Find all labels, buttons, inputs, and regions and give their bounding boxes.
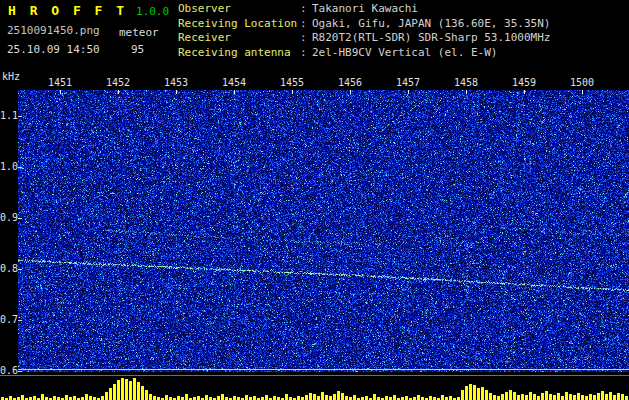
time-label-1459: 1459 [510,77,538,88]
info-separator: : [300,2,312,17]
freq-label-0.9: 0.9 [0,212,16,223]
info-label-receiver: Receiver [178,31,300,46]
time-label-1451: 1451 [46,77,74,88]
info-label-antenna: Receiving antenna [178,46,300,61]
app-title: H R O F F T [8,3,127,18]
info-value-antenna: 2el-HB9CV Vertical (el. E-W) [312,46,550,61]
timestamp: 25.10.09 14:50 [7,43,100,56]
time-label-1458: 1458 [452,77,480,88]
info-value-observer: Takanori Kawachi [312,2,550,17]
info-value-receiver: R820T2(RTL-SDR) SDR-Sharp 53.1000MHz [312,31,550,46]
time-label-1452: 1452 [104,77,132,88]
freq-label-1.1: 1.1 [0,110,16,121]
time-label-1455: 1455 [278,77,306,88]
freq-label-0.7: 0.7 [0,314,16,325]
station-info: Observer : Takanori Kawachi Receiving Lo… [178,2,550,60]
time-label-1453: 1453 [162,77,190,88]
info-label-location: Receiving Location [178,17,300,32]
spectrogram-canvas [18,90,629,372]
time-label-1500: 1500 [568,77,596,88]
observation-mode: meteor [119,26,159,39]
time-label-1457: 1457 [394,77,422,88]
time-label-1454: 1454 [220,77,248,88]
info-separator: : [300,46,312,61]
time-axis: 1451145214531454145514561457145814591500 [0,77,629,89]
info-label-observer: Observer [178,2,300,17]
freq-label-0.8: 0.8 [0,263,16,274]
noise-level-count: 95 [131,43,144,56]
output-filename: 2510091450.png [7,24,100,37]
activity-bars-canvas [0,374,629,400]
hrofft-screenshot: H R O F F T 1.0.0 2510091450.png meteor … [0,0,629,400]
info-value-location: Ogaki, Gifu, JAPAN (136.60E, 35.35N) [312,17,550,32]
time-label-1456: 1456 [336,77,364,88]
app-version: 1.0.0 [136,5,169,18]
info-separator: : [300,31,312,46]
freq-axis: 1.11.00.90.80.70.6 [0,0,16,400]
info-separator: : [300,17,312,32]
freq-label-1.0: 1.0 [0,161,16,172]
